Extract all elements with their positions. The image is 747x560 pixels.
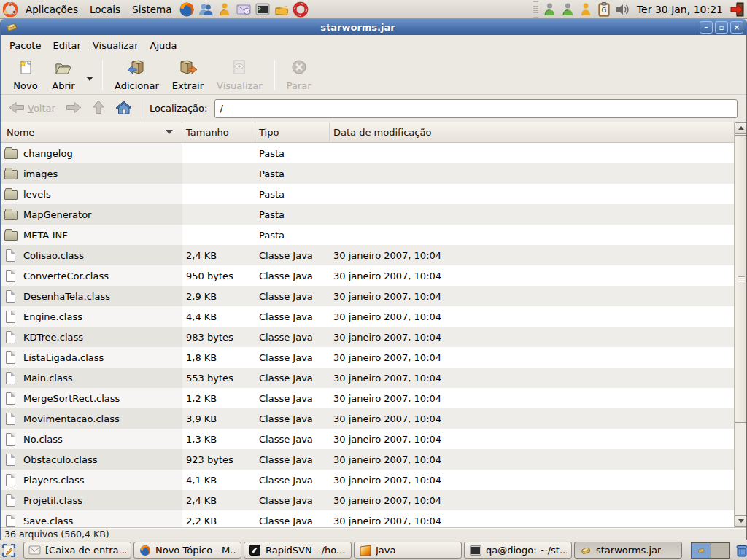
menu-sistema[interactable]: Sistema: [127, 2, 177, 17]
file-size: 553 bytes: [182, 373, 255, 384]
firefox-icon[interactable]: [178, 1, 196, 18]
file-name: ListaLigada.class: [23, 352, 104, 363]
new-button[interactable]: Novo: [7, 56, 44, 93]
table-row[interactable]: Colisao.class 2,4 KB Classe Java 30 jane…: [1, 245, 734, 265]
table-row[interactable]: DesenhaTela.class 2,9 KB Classe Java 30 …: [1, 286, 734, 306]
table-row[interactable]: ListaLigada.class 1,8 KB Classe Java 30 …: [1, 347, 734, 368]
column-header-size[interactable]: Tamanho: [182, 122, 255, 142]
add-button[interactable]: Adicionar: [108, 56, 166, 93]
menu-pacote[interactable]: Pacote: [4, 36, 47, 55]
table-row[interactable]: Projetil.class 2,4 KB Classe Java 30 jan…: [1, 490, 734, 510]
file-size: 4,1 KB: [182, 475, 255, 486]
titlebar[interactable]: starworms.jar – ▫ ×: [1, 19, 746, 35]
table-row[interactable]: MapGenerator Pasta: [1, 204, 734, 225]
table-row[interactable]: Obstaculo.class 923 bytes Classe Java 30…: [1, 449, 734, 470]
clock[interactable]: Ter 30 Jan, 10:21: [632, 4, 727, 15]
file-type: Classe Java: [255, 516, 330, 526]
scroll-up-button[interactable]: [735, 122, 746, 134]
table-row[interactable]: MergeSortRect.class 1,2 KB Classe Java 3…: [1, 388, 734, 408]
taskbar-window-button[interactable]: Novo Tópico - M...: [133, 542, 241, 559]
archive-icon: [579, 544, 592, 556]
table-row[interactable]: ConverteCor.class 950 bytes Classe Java …: [1, 265, 734, 286]
user-orange-icon[interactable]: [578, 1, 595, 18]
status-bar: 36 arquivos (560,4 KB): [1, 527, 746, 540]
terminal-icon[interactable]: [254, 1, 271, 18]
user-green-icon-2[interactable]: [560, 1, 576, 18]
taskbar-window-button[interactable]: [Caixa de entra...: [23, 542, 131, 559]
workspace-2[interactable]: [711, 543, 729, 558]
table-row[interactable]: images Pasta: [1, 163, 734, 184]
stop-icon: [290, 58, 309, 79]
table-row[interactable]: No.class 1,3 KB Classe Java 30 janeiro 2…: [1, 429, 734, 449]
evolution-mail-icon[interactable]: [235, 1, 252, 18]
open-button[interactable]: Abrir: [44, 56, 82, 93]
file-date: 30 janeiro 2007, 10:04: [330, 413, 734, 424]
taskbar-window-button[interactable]: Java: [354, 542, 462, 559]
menu-locais[interactable]: Locais: [85, 2, 125, 17]
home-icon: [115, 100, 132, 117]
close-button[interactable]: ×: [730, 21, 743, 34]
file-name: Main.class: [23, 373, 72, 384]
file-date: 30 janeiro 2007, 10:04: [330, 352, 734, 363]
table-row[interactable]: Main.class 553 bytes Classe Java 30 jane…: [1, 368, 734, 388]
panel-applet-handle[interactable]: [533, 1, 538, 18]
table-row[interactable]: Engine.class 4,4 KB Classe Java 30 janei…: [1, 306, 734, 327]
table-row[interactable]: Save.class 2,2 KB Classe Java 30 janeiro…: [1, 510, 734, 527]
back-button: Voltar: [5, 98, 59, 119]
file-name: Projetil.class: [23, 495, 82, 506]
ubuntu-menu-icon[interactable]: [1, 1, 19, 18]
extract-button[interactable]: Extrair: [166, 56, 210, 93]
table-row[interactable]: changelog Pasta: [1, 143, 734, 163]
file-name: Obstaculo.class: [23, 454, 97, 465]
back-arrow-icon: [9, 101, 25, 116]
file-type: Classe Java: [255, 434, 330, 445]
logout-door-icon[interactable]: [729, 1, 746, 18]
stop-button: Parar: [280, 56, 318, 93]
table-row[interactable]: META-INF Pasta: [1, 225, 734, 245]
folder-icon: [4, 149, 18, 159]
file-name: MapGenerator: [23, 209, 91, 220]
cell-name: Save.class: [1, 510, 182, 527]
menu-ajuda[interactable]: Ajuda: [144, 36, 183, 55]
file-type: Classe Java: [255, 271, 330, 281]
scroll-down-button[interactable]: [735, 515, 746, 527]
documents-icon[interactable]: [273, 1, 290, 18]
toolbar: Novo Abrir Adicionar Extrair Visualizar: [1, 55, 746, 95]
open-dropdown-button[interactable]: [82, 74, 97, 83]
maximize-button[interactable]: ▫: [715, 21, 728, 34]
table-row[interactable]: Movimentacao.class 3,9 KB Classe Java 30…: [1, 408, 734, 429]
users-blue-icon[interactable]: [197, 1, 214, 18]
menu-editar[interactable]: Editar: [47, 36, 87, 55]
workspace-1[interactable]: [692, 543, 711, 558]
file-type: Classe Java: [255, 352, 330, 363]
table-row[interactable]: Players.class 4,1 KB Classe Java 30 jane…: [1, 470, 734, 490]
table-row[interactable]: levels Pasta: [1, 184, 734, 204]
table-row[interactable]: KDTree.class 983 bytes Classe Java 30 ja…: [1, 327, 734, 347]
menu-aplicacoes[interactable]: Aplicações: [20, 2, 83, 17]
taskbar-window-button[interactable]: qa@diogo: ~/st...: [464, 542, 572, 559]
taskbar-window-button[interactable]: RapidSVN - /ho...: [244, 542, 352, 559]
user-green-icon-1[interactable]: [541, 1, 558, 18]
file-date: 30 janeiro 2007, 10:04: [330, 495, 734, 506]
column-header-date[interactable]: Data de modificação: [330, 122, 734, 142]
show-desktop-button[interactable]: [1, 542, 16, 559]
clipboard-icon[interactable]: G: [596, 1, 613, 18]
view-button: Visualizar: [210, 56, 269, 93]
minimize-button[interactable]: –: [700, 21, 713, 34]
column-header-name[interactable]: Nome: [1, 122, 182, 142]
help-lifesaver-icon[interactable]: [292, 1, 309, 18]
home-button[interactable]: [112, 97, 136, 120]
file-date: 30 janeiro 2007, 10:04: [330, 516, 734, 526]
messenger-orange-icon[interactable]: [216, 1, 233, 18]
file-name: DesenhaTela.class: [23, 291, 110, 302]
column-header-type[interactable]: Tipo: [255, 122, 330, 142]
menu-visualizar[interactable]: Visualizar: [87, 36, 144, 55]
taskbar-button-label: starworms.jar: [596, 545, 661, 556]
taskbar-window-button[interactable]: starworms.jar: [574, 542, 682, 559]
volume-icon[interactable]: [614, 1, 631, 18]
trash-icon[interactable]: [735, 542, 747, 559]
scrollbar-trough[interactable]: [735, 423, 746, 515]
scrollbar-thumb[interactable]: [735, 135, 746, 423]
terminal-icon: [469, 544, 481, 556]
location-input[interactable]: [214, 99, 738, 118]
